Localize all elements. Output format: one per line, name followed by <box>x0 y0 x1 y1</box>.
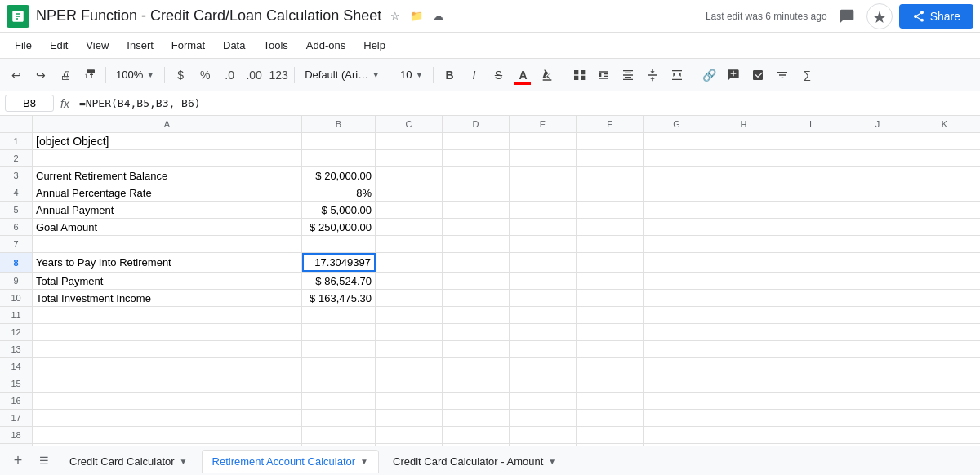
cell-j6[interactable] <box>844 219 911 235</box>
cell-a1[interactable]: [object Object] <box>33 133 302 149</box>
cell-e1[interactable] <box>510 133 577 149</box>
cell-g3[interactable] <box>644 167 710 184</box>
cell-f6[interactable] <box>577 219 644 235</box>
cell-g10[interactable] <box>644 290 710 306</box>
cell-f4[interactable] <box>577 184 644 201</box>
col-header-h[interactable]: H <box>710 116 777 132</box>
menu-tools[interactable]: Tools <box>255 36 296 55</box>
cell-g1[interactable] <box>644 133 710 149</box>
col-header-i[interactable]: I <box>777 116 844 132</box>
font-family-dropdown[interactable]: Default (Ari… ▼ <box>299 66 385 83</box>
col-header-e[interactable]: E <box>510 116 577 132</box>
cell-g5[interactable] <box>644 202 710 218</box>
format-123-button[interactable]: 123 <box>267 64 290 87</box>
comment-add-button[interactable] <box>722 64 745 87</box>
cell-a4[interactable]: Annual Percentage Rate <box>33 184 302 201</box>
cell-h9[interactable] <box>710 273 777 289</box>
cell-f7[interactable] <box>577 236 644 252</box>
cell-e8[interactable] <box>510 253 577 272</box>
app-icon[interactable] <box>7 5 29 28</box>
cell-j3[interactable] <box>844 167 911 184</box>
cell-a7[interactable] <box>33 236 302 252</box>
menu-insert[interactable]: Insert <box>118 36 162 55</box>
cell-f10[interactable] <box>577 290 644 306</box>
cell-k7[interactable] <box>911 236 978 252</box>
menu-format[interactable]: Format <box>163 36 213 55</box>
cell-c9[interactable] <box>376 273 443 289</box>
cell-k10[interactable] <box>911 290 978 306</box>
col-header-c[interactable]: C <box>376 116 443 132</box>
menu-help[interactable]: Help <box>355 36 394 55</box>
cell-f3[interactable] <box>577 167 644 184</box>
cell-c4[interactable] <box>376 184 443 201</box>
cell-c3[interactable] <box>376 167 443 184</box>
col-header-b[interactable]: B <box>302 116 376 132</box>
cell-d2[interactable] <box>443 150 510 166</box>
cell-g6[interactable] <box>644 219 710 235</box>
tab-retirement-account-calculator[interactable]: Retirement Account Calculator ▼ <box>202 450 380 473</box>
cell-j5[interactable] <box>844 202 911 218</box>
cell-i1[interactable] <box>777 133 844 149</box>
cell-j10[interactable] <box>844 290 911 306</box>
cell-d8[interactable] <box>443 253 510 272</box>
menu-addons[interactable]: Add-ons <box>298 36 354 55</box>
cell-h3[interactable] <box>710 167 777 184</box>
cell-c2[interactable] <box>376 150 443 166</box>
filter-button[interactable] <box>771 64 794 87</box>
cell-i8[interactable] <box>777 253 844 272</box>
cell-k5[interactable] <box>911 202 978 218</box>
strikethrough-button[interactable]: S <box>487 64 510 87</box>
cell-j7[interactable] <box>844 236 911 252</box>
cell-g2[interactable] <box>644 150 710 166</box>
currency-button[interactable]: $ <box>169 64 192 87</box>
cell-j4[interactable] <box>844 184 911 201</box>
cell-b8[interactable]: 17.3049397 <box>302 253 376 272</box>
cell-g8[interactable] <box>644 253 710 272</box>
undo-button[interactable]: ↩ <box>5 64 28 87</box>
cell-k6[interactable] <box>911 219 978 235</box>
cell-h10[interactable] <box>710 290 777 306</box>
cell-d4[interactable] <box>443 184 510 201</box>
cell-a2[interactable] <box>33 150 302 166</box>
cell-c6[interactable] <box>376 219 443 235</box>
cell-d7[interactable] <box>443 236 510 252</box>
cell-f2[interactable] <box>577 150 644 166</box>
sheet-list-button[interactable]: ☰ <box>33 450 56 473</box>
col-header-k[interactable]: K <box>911 116 978 132</box>
cell-h5[interactable] <box>710 202 777 218</box>
cell-b7[interactable] <box>302 236 376 252</box>
cell-d5[interactable] <box>443 202 510 218</box>
cell-j8[interactable] <box>844 253 911 272</box>
paint-format-button[interactable] <box>78 64 101 87</box>
cell-h7[interactable] <box>710 236 777 252</box>
cell-f8[interactable] <box>577 253 644 272</box>
document-title[interactable]: NPER Function - Credit Card/Loan Calcula… <box>36 7 381 24</box>
decimal-two-button[interactable]: .00 <box>243 64 265 87</box>
menu-file[interactable]: File <box>7 36 40 55</box>
cell-e6[interactable] <box>510 219 577 235</box>
cell-k3[interactable] <box>911 167 978 184</box>
font-size-dropdown[interactable]: 10 ▼ <box>394 66 429 83</box>
cell-e7[interactable] <box>510 236 577 252</box>
cell-a3[interactable]: Current Retirement Balance <box>33 167 302 184</box>
col-header-g[interactable]: G <box>644 116 710 132</box>
cell-c10[interactable] <box>376 290 443 306</box>
cell-g9[interactable] <box>644 273 710 289</box>
percent-button[interactable]: % <box>194 64 216 87</box>
cell-f1[interactable] <box>577 133 644 149</box>
cell-reference-input[interactable]: B8 <box>5 95 54 112</box>
cell-c7[interactable] <box>376 236 443 252</box>
cell-k9[interactable] <box>911 273 978 289</box>
cell-b5[interactable]: $ 5,000.00 <box>302 202 376 218</box>
cell-k4[interactable] <box>911 184 978 201</box>
share-button[interactable]: Share <box>899 4 973 29</box>
highlight-color-button[interactable] <box>536 64 559 87</box>
menu-edit[interactable]: Edit <box>42 36 76 55</box>
cell-e2[interactable] <box>510 150 577 166</box>
cell-e5[interactable] <box>510 202 577 218</box>
tab-credit-card-calculator-amount[interactable]: Credit Card Calculator - Amount ▼ <box>382 450 567 473</box>
cell-f9[interactable] <box>577 273 644 289</box>
cell-b3[interactable]: $ 20,000.00 <box>302 167 376 184</box>
cell-i4[interactable] <box>777 184 844 201</box>
zoom-dropdown[interactable]: 100% ▼ <box>110 66 160 83</box>
